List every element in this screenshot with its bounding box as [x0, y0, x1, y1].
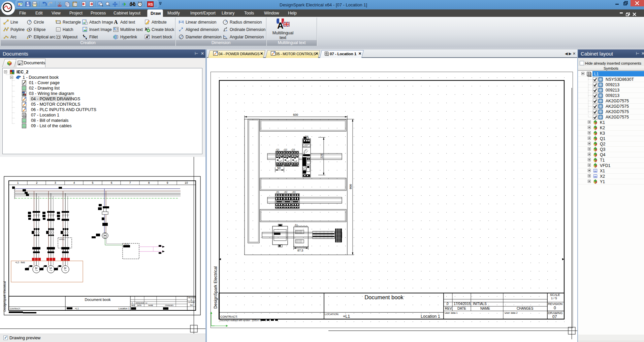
- svg-text:SCALE: SCALE: [550, 293, 560, 297]
- svg-text:NAME: NAME: [480, 307, 490, 310]
- svg-text:A: A: [114, 27, 116, 30]
- svg-text:-Q2: -Q2: [283, 148, 287, 151]
- svg-text:+L2 - field: +L2 - field: [15, 261, 25, 264]
- svg-text:User data 1: User data 1: [445, 311, 458, 314]
- svg-text:-Q1: -Q1: [276, 148, 280, 151]
- svg-text:8: 8: [148, 181, 150, 184]
- svg-text:6: 6: [111, 181, 112, 184]
- svg-text:17/04/2015: 17/04/2015: [454, 302, 471, 306]
- svg-text:LOCATION:: LOCATION:: [325, 313, 339, 316]
- svg-text:M: M: [35, 267, 37, 270]
- svg-text:REV.: REV.: [445, 307, 452, 310]
- svg-text:CONTRACT:: CONTRACT:: [10, 308, 21, 310]
- svg-text:1: 1: [17, 181, 19, 184]
- svg-text:Location 1: Location 1: [421, 314, 440, 319]
- svg-text:ini: ini: [146, 302, 147, 304]
- svg-text:Document book: Document book: [364, 294, 404, 300]
- svg-text:0: 0: [132, 302, 133, 304]
- svg-text:87,5: 87,5: [297, 249, 303, 252]
- svg-text:04/02/2015: 04/02/2015: [136, 302, 144, 304]
- svg-text:DesignSpark Electrical: DesignSpark Electrical: [213, 266, 218, 309]
- svg-text:2: 2: [36, 181, 38, 184]
- svg-text:-Q4: -Q4: [304, 135, 309, 138]
- svg-text:DesignSpark Electrical: DesignSpark Electrical: [3, 281, 6, 312]
- svg-text:-X1-A: -X1-A: [124, 243, 129, 245]
- svg-text:9: 9: [167, 181, 168, 184]
- svg-text:M: M: [50, 267, 52, 270]
- svg-text:1 / 5: 1 / 5: [551, 297, 557, 300]
- svg-text:225: 225: [320, 154, 323, 159]
- svg-text:+L1: +L1: [75, 307, 79, 310]
- svg-text:-Q3: -Q3: [291, 148, 295, 151]
- svg-text:3: 3: [55, 181, 56, 184]
- svg-text:800: 800: [349, 184, 352, 189]
- svg-text:Document book: Document book: [85, 298, 111, 302]
- svg-text:4: 4: [73, 181, 75, 184]
- svg-text:M: M: [64, 267, 66, 270]
- svg-text:-K3: -K3: [292, 191, 296, 193]
- svg-text:Location 1: Location 1: [119, 307, 129, 310]
- svg-text:5: 5: [92, 181, 94, 184]
- svg-text:User data 2: User data 2: [505, 311, 518, 314]
- svg-text:DATE: DATE: [457, 307, 466, 310]
- svg-text:+L1: +L1: [343, 314, 350, 319]
- svg-text:CHANGES: CHANGES: [517, 307, 534, 310]
- svg-text:0: 0: [191, 299, 192, 301]
- svg-text:RS: RS: [148, 3, 153, 6]
- svg-text:7: 7: [129, 181, 131, 184]
- svg-text:0: 0: [554, 306, 556, 310]
- svg-text:REVISION: REVISION: [548, 302, 562, 306]
- svg-text:CONTRACT:: CONTRACT:: [220, 315, 238, 318]
- svg-text:REV.: REV.: [131, 304, 135, 306]
- svg-text:CHANGES: CHANGES: [165, 304, 173, 306]
- svg-text:-VFD1: -VFD1: [59, 238, 65, 240]
- svg-text:INITIALS: INITIALS: [473, 302, 487, 306]
- svg-text:04: 04: [190, 304, 193, 306]
- svg-text:600: 600: [293, 113, 298, 116]
- svg-text:A: A: [114, 19, 118, 25]
- svg-text:-T1: -T1: [294, 224, 298, 227]
- svg-text:-K2: -K2: [284, 191, 288, 193]
- svg-text:NAME: NAME: [148, 304, 153, 306]
- svg-text:A: A: [277, 21, 284, 31]
- svg-text:-K1: -K1: [276, 191, 280, 193]
- svg-text:0: 0: [447, 302, 449, 306]
- svg-text:10: 10: [185, 181, 188, 184]
- svg-text:07: 07: [552, 314, 557, 319]
- svg-text:DATE: DATE: [137, 304, 142, 306]
- svg-text:50: 50: [277, 166, 281, 170]
